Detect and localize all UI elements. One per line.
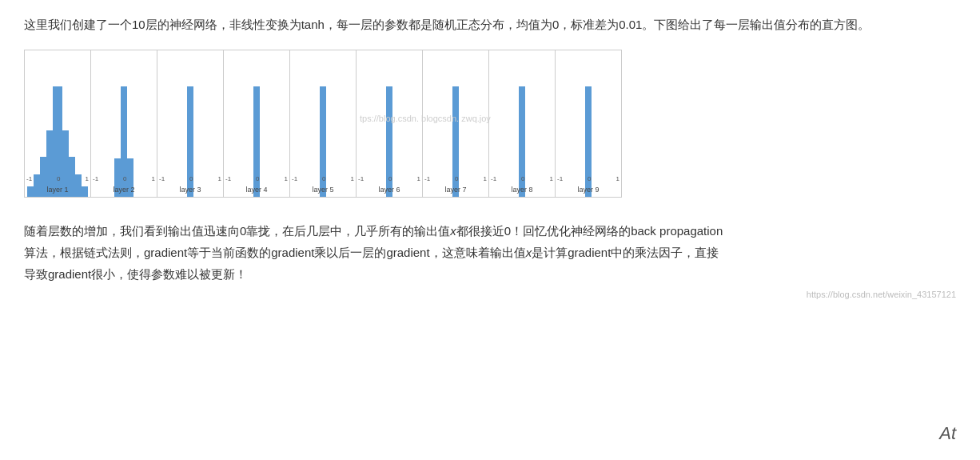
layer-label-1: layer 1 — [25, 186, 90, 194]
bottom-paragraph: 随着层数的增加，我们看到输出值迅速向0靠拢，在后几层中，几乎所有的输出值x都很接… — [24, 220, 956, 285]
axis-labels-5: -1 0 1 — [290, 175, 356, 182]
bottom-link-container: https://blog.csdn.net/weixin_43157121 — [24, 290, 956, 299]
layer-label-2: layer 2 — [91, 186, 157, 194]
chart-layer-3: -1 0 1 layer 3 — [157, 50, 224, 198]
x-mid-2: 0 — [123, 175, 126, 182]
italic-x-2: x — [526, 246, 532, 259]
layer-label-5: layer 5 — [290, 186, 356, 194]
chart-layer-2: -1 0 1 layer 2 — [90, 50, 157, 198]
bottom-text-line2: 算法，根据链式法则，gradient等于当前函数的gradient乘以后一层的g… — [24, 242, 956, 263]
axis-labels-7: -1 0 1 — [423, 175, 488, 182]
axis-labels-6: -1 0 1 — [357, 175, 422, 182]
layer-label-9: layer 9 — [556, 186, 621, 194]
chart-layer-8: -1 0 1 layer 8 — [488, 50, 556, 198]
axis-labels-9: -1 0 1 — [556, 175, 621, 182]
bottom-link: https://blog.csdn.net/weixin_43157121 — [807, 290, 956, 299]
x-max-1: 1 — [86, 175, 89, 182]
layer-label-4: layer 4 — [224, 186, 289, 194]
chart-layer-1: -1 0 1 layer 1 — [24, 50, 91, 198]
at-label: At — [939, 423, 956, 444]
layer-label-7: layer 7 — [423, 186, 488, 194]
x-min-1: -1 — [26, 175, 32, 182]
layer-label-8: layer 8 — [489, 186, 555, 194]
intro-text: 这里我们创建了一个10层的神经网络，非线性变换为tanh，每一层的参数都是随机正… — [24, 14, 956, 35]
chart-layer-7: -1 0 1 layer 7 — [422, 50, 489, 198]
chart-layer-4: -1 0 1 layer 4 — [223, 50, 290, 198]
bottom-text-line1: 随着层数的增加，我们看到输出值迅速向0靠拢，在后几层中，几乎所有的输出值x都很接… — [24, 220, 956, 242]
bottom-text-line3: 导致gradient很小，使得参数难以被更新！ — [24, 263, 956, 285]
x-min-2: -1 — [93, 175, 98, 182]
chart-layer-9: -1 0 1 layer 9 — [555, 50, 622, 198]
layer-label-6: layer 6 — [357, 186, 422, 194]
italic-x-1: x — [450, 224, 456, 238]
x-max-2: 1 — [152, 175, 155, 182]
layer-label-3: layer 3 — [157, 186, 223, 194]
x-mid-1: 0 — [57, 175, 60, 182]
axis-labels-4: -1 0 1 — [224, 175, 289, 182]
chart-layer-6: -1 0 1 layer 6 — [356, 50, 423, 198]
axis-labels-1: -1 0 1 — [25, 175, 90, 182]
axis-labels-3: -1 0 1 — [157, 175, 223, 182]
axis-labels-8: -1 0 1 — [489, 175, 555, 182]
charts-row: -1 0 1 layer 1 -1 0 1 layer 2 -1 — [24, 50, 956, 198]
axis-labels-2: -1 0 1 — [91, 175, 157, 182]
chart-layer-5: -1 0 1 layer 5 — [289, 50, 357, 198]
